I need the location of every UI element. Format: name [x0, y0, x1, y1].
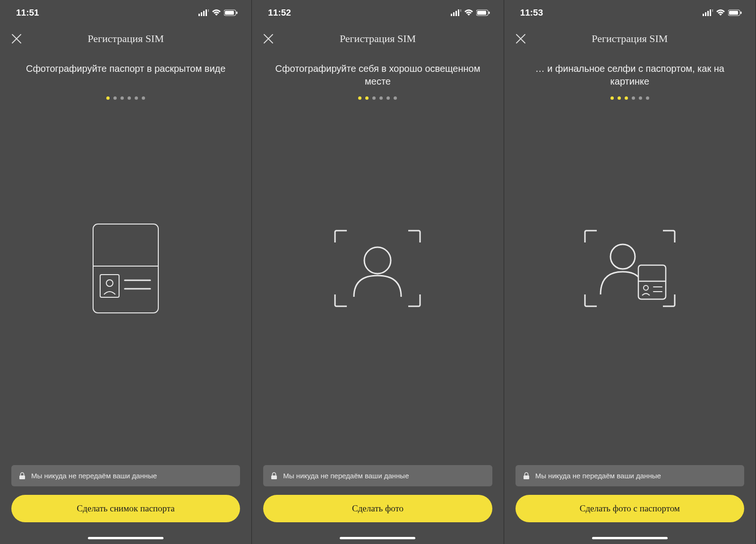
privacy-notice: Мы никуда не передаём ваши данные	[263, 465, 492, 486]
illustration-passport	[0, 100, 251, 465]
take-passport-photo-button[interactable]: Сделать снимок паспорта	[11, 495, 240, 522]
close-button[interactable]	[9, 32, 24, 46]
svg-rect-32	[740, 12, 742, 14]
battery-icon	[224, 9, 238, 16]
svg-rect-7	[236, 12, 238, 14]
svg-text:!: !	[460, 9, 461, 12]
svg-rect-39	[524, 475, 529, 479]
screen-3: 11:53 ! Регистрация SIM … и финальное се…	[504, 0, 756, 544]
passport-icon	[93, 224, 159, 313]
svg-rect-22	[489, 12, 490, 14]
illustration-selfie-passport	[504, 100, 756, 465]
progress-dots	[0, 96, 251, 100]
status-icons: !	[703, 9, 742, 16]
status-bar: 11:52 !	[252, 0, 503, 26]
dot	[618, 96, 621, 100]
svg-rect-1	[201, 12, 202, 16]
dot	[610, 96, 614, 100]
svg-rect-15	[451, 14, 452, 16]
dot	[113, 96, 117, 100]
svg-rect-28	[710, 9, 711, 16]
page-title: Регистрация SIM	[592, 33, 668, 45]
wifi-icon	[716, 9, 725, 16]
status-time: 11:53	[520, 8, 543, 18]
svg-rect-24	[271, 475, 277, 479]
dot	[106, 96, 110, 100]
illustration-selfie	[252, 100, 503, 465]
screen-2: 11:52 ! Регистрация SIM Сфотографируйте …	[252, 0, 504, 544]
dot	[142, 96, 145, 100]
close-icon	[263, 33, 274, 44]
svg-point-11	[106, 280, 113, 286]
status-icons: !	[198, 9, 238, 16]
instruction-text: … и финальное селфи с паспортом, как на …	[504, 52, 756, 92]
svg-rect-8	[93, 224, 158, 313]
dot	[394, 96, 397, 100]
bottom-area: Мы никуда не передаём ваши данные Сделат…	[0, 465, 251, 544]
home-indicator[interactable]	[88, 537, 163, 539]
dot	[358, 96, 361, 100]
dot	[365, 96, 369, 100]
close-icon	[515, 33, 526, 44]
svg-point-33	[610, 244, 635, 269]
dot	[372, 96, 376, 100]
svg-text:!: !	[208, 9, 209, 12]
privacy-text: Мы никуда не передаём ваши данные	[535, 472, 661, 480]
svg-text:!: !	[712, 9, 713, 12]
svg-rect-25	[703, 14, 704, 16]
selfie-icon	[333, 228, 422, 309]
svg-rect-31	[729, 11, 738, 15]
svg-rect-27	[707, 11, 709, 16]
privacy-text: Мы никуда не передаём ваши данные	[283, 472, 409, 480]
wifi-icon	[212, 9, 221, 16]
svg-rect-16	[453, 12, 455, 16]
dot	[120, 96, 124, 100]
take-photo-button[interactable]: Сделать фото	[263, 495, 492, 522]
svg-rect-17	[455, 11, 457, 16]
header: Регистрация SIM	[0, 26, 251, 52]
status-bar: 11:51 !	[0, 0, 251, 26]
privacy-notice: Мы никуда не передаём ваши данные	[11, 465, 240, 486]
instruction-text: Сфотографируйте паспорт в раскрытом виде	[0, 52, 251, 92]
close-icon	[11, 33, 22, 44]
svg-rect-26	[705, 12, 706, 16]
status-time: 11:52	[268, 8, 291, 18]
bottom-area: Мы никуда не передаём ваши данные Сделат…	[504, 465, 756, 544]
dot	[379, 96, 383, 100]
header: Регистрация SIM	[252, 26, 503, 52]
privacy-notice: Мы никуда не передаём ваши данные	[515, 465, 744, 486]
bottom-area: Мы никуда не передаём ваши данные Сделат…	[252, 465, 503, 544]
home-indicator[interactable]	[340, 537, 415, 539]
close-button[interactable]	[514, 32, 528, 46]
lock-icon	[271, 472, 277, 480]
dot	[135, 96, 138, 100]
progress-dots	[504, 96, 756, 100]
battery-icon	[728, 9, 742, 16]
svg-rect-0	[198, 14, 200, 16]
svg-rect-3	[206, 9, 207, 16]
svg-rect-21	[477, 11, 486, 15]
status-bar: 11:53 !	[504, 0, 756, 26]
dot	[625, 96, 628, 100]
page-title: Регистрация SIM	[340, 33, 416, 45]
screen-1: 11:51 ! Регистрация SIM Сфотографируйте …	[0, 0, 252, 544]
dot	[387, 96, 390, 100]
progress-dots	[252, 96, 503, 100]
status-time: 11:51	[16, 8, 39, 18]
selfie-passport-icon	[583, 228, 677, 309]
close-button[interactable]	[261, 32, 275, 46]
svg-rect-34	[638, 265, 666, 299]
home-indicator[interactable]	[592, 537, 668, 539]
lock-icon	[523, 472, 530, 480]
lock-icon	[19, 472, 26, 480]
svg-rect-2	[203, 11, 205, 16]
instruction-text: Сфотографируйте себя в хорошо освещенном…	[252, 52, 503, 92]
dot	[128, 96, 131, 100]
status-icons: !	[451, 9, 490, 16]
svg-rect-6	[225, 11, 234, 15]
page-title: Регистрация SIM	[88, 33, 164, 45]
header: Регистрация SIM	[504, 26, 756, 52]
svg-rect-14	[19, 475, 25, 479]
battery-icon	[476, 9, 490, 16]
take-selfie-passport-button[interactable]: Сделать фото с паспортом	[515, 495, 744, 522]
